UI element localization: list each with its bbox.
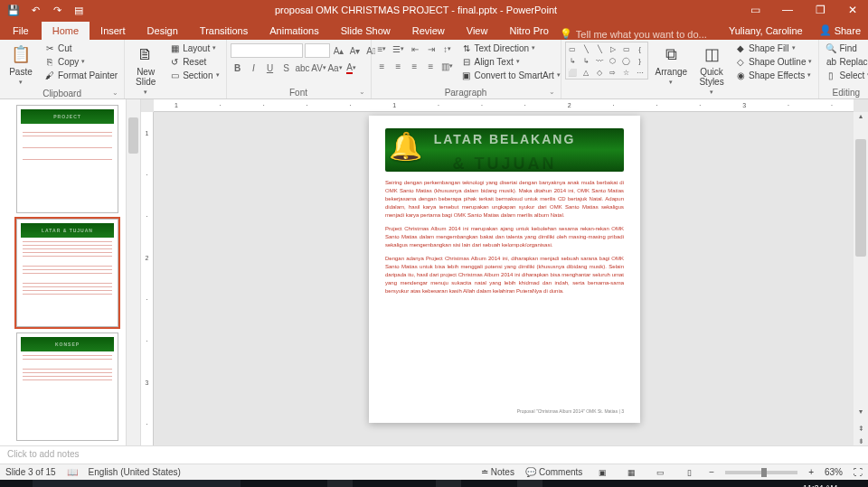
zoom-value[interactable]: 63%	[825, 467, 843, 477]
notes-toggle[interactable]: ≐ Notes	[481, 467, 514, 477]
shape-fill-button[interactable]: ◆Shape Fill	[732, 42, 815, 54]
tab-review[interactable]: Review	[401, 22, 456, 40]
excel-icon[interactable]: X	[354, 480, 380, 487]
font-size-combo[interactable]	[305, 43, 330, 58]
shape-lbrace-icon[interactable]: {	[634, 43, 646, 54]
decrease-font-icon[interactable]: A▾	[348, 43, 363, 58]
tab-design[interactable]: Design	[137, 22, 189, 40]
normal-view-icon[interactable]: ▣	[593, 466, 611, 479]
format-painter-button[interactable]: 🖌Format Painter	[42, 69, 120, 81]
change-case-icon[interactable]: Aa	[328, 61, 343, 75]
notes-pane[interactable]: Click to add notes	[0, 445, 868, 464]
tab-nitro[interactable]: Nitro Pro	[498, 22, 559, 40]
shape-lconn2-icon[interactable]: ↳	[580, 55, 592, 66]
shape-arrow2-icon[interactable]: ⇨	[607, 67, 619, 78]
slide-thumb-3[interactable]: 3 LATAR & TUJUAN	[16, 219, 118, 327]
tab-home[interactable]: Home	[42, 22, 90, 40]
strike-icon[interactable]: S	[279, 61, 294, 75]
smartart-button[interactable]: ▣Convert to SmartArt	[458, 69, 563, 81]
cut-button[interactable]: ✂Cut	[42, 42, 120, 54]
shape-effects-button[interactable]: ◉Shape Effects	[732, 69, 815, 81]
language-status[interactable]: English (United States)	[89, 467, 181, 477]
arrange-button[interactable]: ⧉Arrange	[652, 42, 692, 88]
shape-outline-button[interactable]: ◇Shape Outline	[732, 55, 815, 68]
outlook-icon[interactable]: O	[382, 480, 407, 487]
close-icon[interactable]: ✕	[837, 0, 868, 20]
slide-editor[interactable]: 🔔 LATAR BELAKANG & TUJUAN Seiring dengan…	[369, 116, 640, 423]
thumb-scroll-handle[interactable]	[128, 117, 138, 154]
redo-icon[interactable]: ↷	[51, 4, 63, 16]
tab-slideshow[interactable]: Slide Show	[330, 22, 401, 40]
spell-check-icon[interactable]: 📖	[67, 467, 78, 477]
restore-icon[interactable]: ❐	[805, 0, 835, 20]
teams-icon[interactable]: T	[436, 480, 461, 487]
vertical-ruler[interactable]: 1··2··3·	[141, 112, 154, 445]
slideshow-view-icon[interactable]: ▯	[680, 466, 698, 479]
italic-icon[interactable]: I	[247, 61, 261, 75]
scroll-down-icon[interactable]: ▾	[854, 407, 868, 420]
increase-font-icon[interactable]: A▴	[332, 43, 346, 58]
replace-button[interactable]: abReplace	[823, 55, 868, 68]
save-icon[interactable]: 💾	[7, 4, 20, 16]
task-view-icon[interactable]: ⧉	[246, 480, 271, 487]
char-spacing-icon[interactable]: AV	[312, 61, 326, 75]
font-name-combo[interactable]	[231, 43, 303, 58]
slide-thumb-2[interactable]: 2 PROJECT	[16, 105, 118, 213]
shape-hex-icon[interactable]: ⬡	[607, 55, 619, 66]
spotify-icon[interactable]: ●	[409, 480, 434, 487]
numbering-icon[interactable]: ☰	[392, 42, 406, 56]
tab-view[interactable]: View	[456, 22, 499, 40]
underline-icon[interactable]: U	[263, 61, 278, 75]
tab-animations[interactable]: Animations	[259, 22, 329, 40]
group-label-clipboard[interactable]: Clipboard	[4, 88, 120, 99]
horizontal-ruler[interactable]: 1····1···2···3··	[154, 99, 854, 112]
shape-curve-icon[interactable]: 〰	[593, 55, 606, 66]
shape-rect2-icon[interactable]: ▭	[620, 43, 633, 54]
start-from-beginning-icon[interactable]: ▤	[72, 4, 85, 16]
tab-file[interactable]: File	[0, 22, 42, 40]
zoom-handle[interactable]	[761, 468, 767, 477]
quick-styles-button[interactable]: ◫Quick Styles	[694, 42, 729, 98]
scroll-up-icon[interactable]: ▴	[854, 112, 868, 125]
shape-rbrace-icon[interactable]: }	[634, 55, 646, 66]
align-center-icon[interactable]: ≡	[392, 59, 406, 73]
copy-button[interactable]: ⎘Copy	[42, 55, 120, 68]
justify-icon[interactable]: ≡	[424, 59, 439, 73]
comments-toggle[interactable]: 💬 Comments	[525, 467, 582, 477]
action-center-icon[interactable]: 💬	[843, 480, 868, 487]
shadow-icon[interactable]: abc	[296, 61, 310, 75]
slide-title-banner[interactable]: 🔔 LATAR BELAKANG & TUJUAN	[385, 128, 624, 172]
paste-button[interactable]: 📋 Paste	[4, 42, 38, 88]
tell-me-search[interactable]: 💡 Tell me what you want to do...	[560, 28, 707, 40]
new-slide-button[interactable]: 🗎 New Slide	[128, 42, 163, 98]
undo-icon[interactable]: ↶	[29, 4, 42, 16]
group-label-paragraph[interactable]: Paragraph	[375, 87, 557, 98]
shapes-gallery[interactable]: ▭╲╲▷▭{ ↳↳〰⬡◯} ⬜△◇⇨☆⋯	[565, 42, 648, 80]
shape-arrow-icon[interactable]: ▷	[607, 43, 619, 54]
premiere-icon[interactable]: Pr	[273, 480, 298, 487]
canvas-scrollbar[interactable]: ▴ ▾ ⇞ ⇟	[854, 112, 868, 445]
slide-thumb-4[interactable]: 4 KONSEP	[16, 332, 118, 441]
file-explorer-icon[interactable]: 📁	[300, 480, 326, 487]
bold-icon[interactable]: B	[231, 61, 245, 75]
slide-body-text[interactable]: Seiring dengan perkembangan teknologi ya…	[385, 179, 624, 408]
slide-counter[interactable]: Slide 3 of 15	[5, 467, 56, 477]
columns-icon[interactable]: ▥	[440, 59, 455, 73]
shape-star-icon[interactable]: ☆	[620, 67, 633, 78]
layout-button[interactable]: ▦Layout	[166, 42, 222, 54]
zoom-out-button[interactable]: −	[709, 467, 714, 477]
font-color-icon[interactable]: A	[344, 61, 359, 75]
align-left-icon[interactable]: ≡	[375, 59, 390, 73]
select-button[interactable]: ▯Select	[823, 69, 868, 81]
bullets-icon[interactable]: ≡	[375, 42, 390, 56]
prev-slide-icon[interactable]: ⇞	[854, 425, 868, 433]
align-right-icon[interactable]: ≡	[408, 59, 422, 73]
word-icon[interactable]: W	[327, 480, 353, 487]
minimize-icon[interactable]: —	[772, 0, 803, 20]
next-slide-icon[interactable]: ⇟	[854, 437, 868, 445]
shape-tri-icon[interactable]: △	[580, 67, 592, 78]
scroll-handle[interactable]	[855, 139, 866, 257]
tab-transitions[interactable]: Transitions	[189, 22, 259, 40]
reading-view-icon[interactable]: ▭	[651, 466, 669, 479]
powerpoint-icon[interactable]: P	[517, 480, 542, 487]
